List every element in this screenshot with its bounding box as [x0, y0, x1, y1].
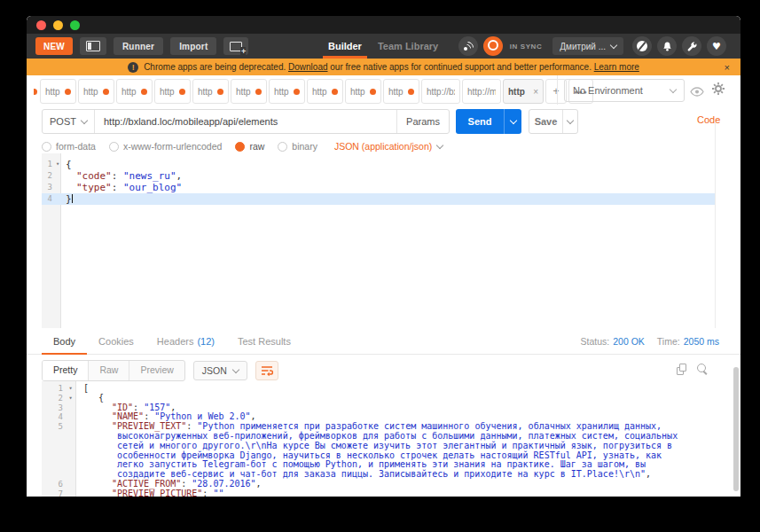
new-window-button[interactable]: [223, 37, 248, 55]
wrap-text-icon: [261, 365, 273, 376]
params-button[interactable]: Params: [396, 110, 449, 133]
tabs: httphttphttphttphttphttphttphttphttphttp…: [34, 79, 595, 104]
save-button[interactable]: Save: [529, 110, 562, 133]
settings-button[interactable]: [682, 36, 701, 56]
new-button[interactable]: NEW: [35, 37, 73, 55]
format-select[interactable]: JSON: [193, 361, 247, 380]
tab-partial[interactable]: [34, 79, 38, 104]
banner-close-icon[interactable]: ×: [725, 59, 730, 75]
tab-url[interactable]: http://mob: [462, 79, 501, 104]
fold-spacer: [65, 412, 76, 422]
code-token: создадите веб-сервис и чат-бот для заказ…: [117, 469, 646, 479]
code-token: "our_blog": [123, 182, 182, 193]
tab-unsaved[interactable]: http: [40, 79, 76, 104]
code-line: 1▾{: [42, 159, 715, 170]
body-mode-form-data[interactable]: form-data: [42, 141, 96, 152]
body-mode-binary[interactable]: binary: [278, 141, 317, 152]
tab-unsaved[interactable]: http: [345, 79, 381, 104]
line-number: 1: [42, 384, 65, 394]
tab-builder[interactable]: Builder: [328, 34, 362, 59]
unsaved-dot-icon: [141, 89, 147, 95]
tab-active[interactable]: http ×: [503, 79, 544, 104]
content-type-select[interactable]: JSON (application/json): [334, 141, 443, 152]
sync-status-icon[interactable]: [483, 36, 503, 56]
tab-unsaved[interactable]: http: [154, 79, 191, 104]
response-body-editor[interactable]: 1▾[2▾{3"ID": "157",4"NAME": "Python и We…: [27, 381, 740, 497]
unsaved-dot-icon: [179, 89, 185, 95]
gear-icon: [711, 82, 725, 96]
deprecation-banner: ! Chrome apps are being deprecated. Down…: [27, 59, 740, 75]
response-tab-body[interactable]: Body: [42, 328, 87, 354]
zoom-window-icon[interactable]: [70, 20, 80, 30]
runner-button[interactable]: Runner: [114, 37, 163, 55]
view-preview[interactable]: Preview: [129, 361, 184, 380]
code-token: {: [66, 159, 72, 170]
notifications-button[interactable]: [657, 36, 677, 56]
environment-preview-button[interactable]: [690, 84, 704, 100]
radio-icon: [235, 142, 245, 152]
close-window-icon[interactable]: [36, 20, 46, 30]
line-number: 3: [42, 182, 54, 193]
code-token: сетей и многого другого.\r\nНа курсе Вы …: [117, 441, 672, 450]
tab-team-library[interactable]: Team Library: [378, 34, 438, 59]
tab-url[interactable]: http://bxla: [421, 79, 460, 104]
support-button[interactable]: ♥: [707, 36, 726, 56]
response-tab-cookies[interactable]: Cookies: [87, 328, 145, 354]
fold-spacer: [65, 480, 76, 489]
minimize-window-icon[interactable]: [53, 20, 63, 30]
tab-unsaved[interactable]: http: [78, 79, 114, 104]
tab-label: http: [121, 87, 137, 97]
code-link[interactable]: Code: [697, 114, 720, 125]
method-select[interactable]: POST: [43, 110, 95, 133]
fold-spacer: [65, 422, 76, 432]
code-token: ,: [176, 170, 183, 182]
response-tab-headers[interactable]: Headers(12): [145, 328, 226, 354]
import-button[interactable]: Import: [170, 37, 216, 55]
layout-toggle-button[interactable]: [80, 37, 106, 55]
view-raw[interactable]: Raw: [89, 361, 129, 380]
interceptor-icon: [463, 41, 474, 51]
body-mode-x-www-form-urlencoded[interactable]: x-www-form-urlencoded: [109, 141, 222, 152]
line-number: 2: [42, 394, 65, 403]
tab-unsaved[interactable]: http: [269, 79, 305, 104]
wrap-lines-button[interactable]: [255, 361, 278, 380]
tab-unsaved[interactable]: http: [383, 79, 419, 104]
settings-menu-button[interactable]: [711, 82, 725, 99]
warning-icon: !: [128, 62, 138, 73]
send-button[interactable]: Send: [456, 109, 504, 134]
learn-more-link[interactable]: Learn more: [594, 62, 639, 72]
code-token: }: [66, 193, 72, 205]
body-mode-raw[interactable]: raw: [235, 141, 264, 152]
tab-unsaved[interactable]: http: [116, 79, 153, 104]
response-tab-test-results[interactable]: Test Results: [226, 328, 302, 354]
response-scrollbar-thumb[interactable]: [733, 367, 739, 491]
interceptor-button[interactable]: [458, 36, 478, 56]
user-menu[interactable]: Дмитрий ...: [552, 37, 623, 55]
save-options-button[interactable]: [562, 110, 577, 133]
view-pretty[interactable]: Pretty: [43, 361, 89, 380]
unsaved-dot-icon: [294, 89, 300, 95]
code-token: :: [186, 421, 197, 431]
close-tab-icon[interactable]: ×: [533, 87, 538, 97]
response-tab-label: Test Results: [238, 336, 291, 347]
body-mode-label: raw: [249, 141, 264, 152]
tab-label: http: [198, 87, 213, 97]
tab-unsaved[interactable]: http: [231, 79, 267, 104]
request-body-editor[interactable]: 1▾{2"code": "news_ru",3"type": "our_blog…: [27, 153, 740, 328]
download-link[interactable]: Download: [288, 62, 327, 72]
tab-unsaved[interactable]: http: [307, 79, 343, 104]
url-input[interactable]: http://bxland.loc/mobileapp/api/elements: [95, 110, 396, 133]
tab-unsaved[interactable]: http: [192, 79, 229, 104]
header-count-badge: (12): [197, 336, 215, 347]
search-icon[interactable]: [697, 364, 709, 375]
send-options-button[interactable]: [504, 109, 521, 134]
sidebar-layout-icon: [86, 41, 100, 51]
copy-icon[interactable]: [677, 364, 686, 375]
environment-select[interactable]: No Environment: [564, 79, 685, 102]
help-button[interactable]: [632, 36, 652, 56]
request-scrollbar-track[interactable]: [715, 122, 716, 328]
line-number: 4: [42, 193, 54, 205]
titlebar[interactable]: [27, 16, 740, 34]
line-number: [42, 442, 65, 451]
code-token: "28.07.2016": [192, 479, 255, 489]
